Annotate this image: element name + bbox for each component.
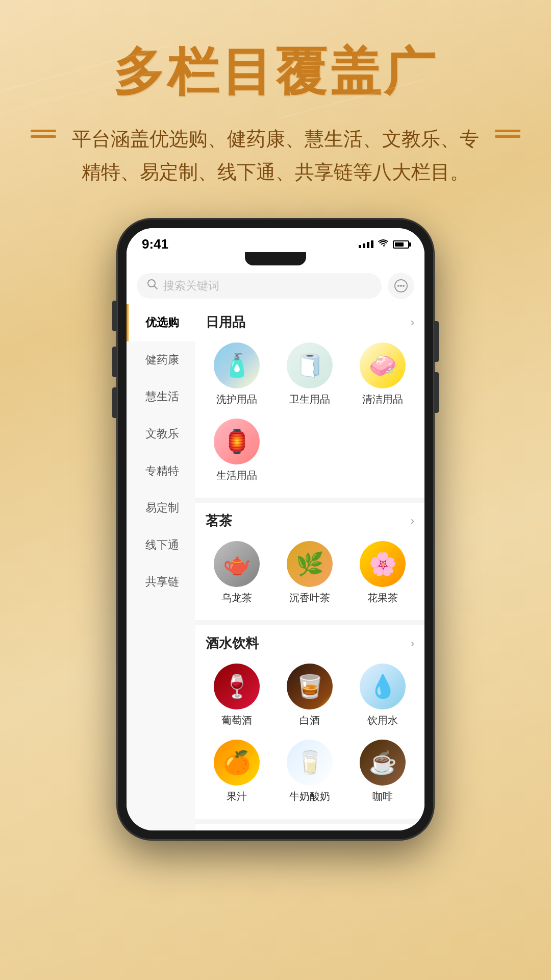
chat-button[interactable] (388, 273, 414, 299)
right-decoration (495, 122, 520, 138)
battery-icon (393, 240, 409, 249)
signal-bar-4 (371, 240, 373, 248)
category-img-coffee (360, 740, 406, 786)
category-title-daily: 日用品 (206, 313, 245, 331)
main-title: 多栏目覆盖广 (31, 41, 520, 102)
svg-point-3 (397, 285, 399, 287)
category-label-water: 饮用水 (367, 714, 398, 727)
category-grid-daily: 洗护用品 卫生用品 清洁用品 (195, 337, 424, 489)
category-img-oolong (214, 541, 260, 587)
category-header-tea: 茗茶 › (195, 503, 424, 536)
category-img-milk (287, 740, 333, 786)
subtitle-text: 平台涵盖优选购、健药康、慧生活、文教乐、专精特、易定制、线下通、共享链等八大栏目… (66, 122, 485, 188)
category-title-drinks: 酒水饮料 (206, 634, 259, 652)
sidebar-item-zhuanjingte[interactable]: 专精特 (127, 453, 195, 490)
list-item[interactable]: 乌龙茶 (201, 536, 273, 612)
list-item[interactable]: 饮用水 (346, 658, 419, 734)
category-grid-tea: 乌龙茶 沉香叶茶 花果茶 (195, 536, 424, 612)
list-item[interactable]: 牛奶酸奶 (273, 734, 346, 811)
left-decoration (31, 122, 56, 138)
signal-bars-icon (359, 240, 373, 248)
category-label-coffee: 咖啡 (372, 790, 393, 803)
signal-bar-1 (359, 245, 361, 248)
signal-bar-3 (367, 242, 369, 248)
line-bar-2 (31, 135, 56, 138)
sidebar-item-xianxiatong[interactable]: 线下通 (127, 527, 195, 564)
subtitle-row: 平台涵盖优选购、健药康、慧生活、文教乐、专精特、易定制、线下通、共享链等八大栏目… (31, 122, 520, 188)
category-img-liquor (287, 664, 333, 709)
svg-point-4 (400, 285, 402, 287)
signal-bar-2 (363, 243, 365, 248)
main-content: 优选购 健药康 慧生活 文教乐 专精特 易定制 线下通 共享链 日用品 › (127, 304, 424, 830)
sidebar: 优选购 健药康 慧生活 文教乐 专精特 易定制 线下通 共享链 (127, 304, 195, 830)
list-item[interactable]: 葡萄酒 (201, 658, 273, 734)
list-item[interactable]: 卫生用品 (273, 337, 346, 413)
notch (245, 252, 306, 265)
category-img-fragrant (287, 541, 333, 587)
list-item[interactable]: 清洁用品 (346, 337, 419, 413)
category-label-wine: 葡萄酒 (221, 714, 252, 727)
category-label-flower: 花果茶 (367, 591, 398, 605)
phone-inner: 9:41 (127, 228, 424, 830)
wifi-icon (378, 238, 389, 250)
search-icon (147, 279, 158, 293)
category-title-tea: 茗茶 (206, 512, 232, 530)
category-label-life: 生活用品 (216, 469, 257, 482)
category-img-clean (360, 342, 406, 388)
sidebar-item-gonxianglian[interactable]: 共享链 (127, 564, 195, 601)
sidebar-item-jianyaokang[interactable]: 健药康 (127, 341, 195, 379)
category-arrow-daily[interactable]: › (411, 316, 414, 329)
search-bar-wrapper: 搜索关键词 (127, 265, 424, 304)
list-item[interactable]: 果汁 (201, 734, 273, 811)
category-grid-drinks: 葡萄酒 白酒 饮用水 (195, 658, 424, 811)
category-arrow-tea[interactable]: › (411, 514, 414, 528)
category-label-fragrant: 沉香叶茶 (289, 591, 330, 605)
phone-outer: 9:41 (117, 219, 434, 840)
sidebar-item-huishenghuo[interactable]: 慧生活 (127, 378, 195, 415)
category-img-wash (214, 342, 260, 388)
header-section: 多栏目覆盖广 平台涵盖优选购、健药康、慧生活、文教乐、专精特、易定制、线下通、共… (0, 0, 551, 209)
category-label-juice: 果汁 (227, 790, 247, 803)
status-icons (359, 238, 409, 250)
sidebar-item-youxuangou[interactable]: 优选购 (127, 304, 195, 341)
category-img-wine (214, 664, 260, 709)
list-item[interactable]: 花果茶 (346, 536, 419, 612)
category-img-juice (214, 740, 260, 786)
category-tea: 茗茶 › 乌龙茶 沉香叶茶 (195, 503, 424, 625)
category-label-liquor: 白酒 (299, 714, 320, 727)
line-bar-4 (495, 135, 520, 138)
category-label-sanitary: 卫生用品 (289, 393, 330, 406)
category-img-life (214, 419, 260, 464)
line-bar-1 (31, 130, 56, 132)
category-header-daily: 日用品 › (195, 304, 424, 337)
category-header-drinks: 酒水饮料 › (195, 625, 424, 658)
list-item[interactable]: 白酒 (273, 658, 346, 734)
list-item[interactable]: 洗护用品 (201, 337, 273, 413)
status-time: 9:41 (142, 236, 168, 252)
category-drinks: 酒水饮料 › 葡萄酒 白酒 (195, 625, 424, 824)
sidebar-item-wenjiaole[interactable]: 文教乐 (127, 415, 195, 453)
category-baby: 母婴用品 › (195, 824, 424, 830)
category-daily-goods: 日用品 › 洗护用品 卫生用品 (195, 304, 424, 503)
category-img-water (360, 664, 406, 709)
category-header-baby: 母婴用品 › (195, 824, 424, 830)
notch-area (127, 252, 424, 265)
category-img-flower (360, 541, 406, 587)
battery-fill (395, 242, 404, 247)
category-img-sanitary (287, 342, 333, 388)
sidebar-item-yidingzhi[interactable]: 易定制 (127, 489, 195, 527)
search-placeholder-text: 搜索关键词 (163, 278, 219, 293)
phone-wrapper: 9:41 (0, 209, 551, 870)
category-label-oolong: 乌龙茶 (221, 591, 252, 605)
list-item[interactable]: 沉香叶茶 (273, 536, 346, 612)
svg-line-1 (154, 286, 157, 289)
search-bar[interactable]: 搜索关键词 (137, 273, 382, 299)
category-label-wash: 洗护用品 (216, 393, 257, 406)
content-area: 日用品 › 洗护用品 卫生用品 (195, 304, 424, 830)
svg-point-5 (403, 285, 405, 287)
list-item[interactable]: 咖啡 (346, 734, 419, 811)
list-item[interactable]: 生活用品 (201, 413, 273, 489)
category-label-milk: 牛奶酸奶 (289, 790, 330, 803)
category-label-clean: 清洁用品 (362, 393, 403, 406)
category-arrow-drinks[interactable]: › (411, 637, 414, 650)
